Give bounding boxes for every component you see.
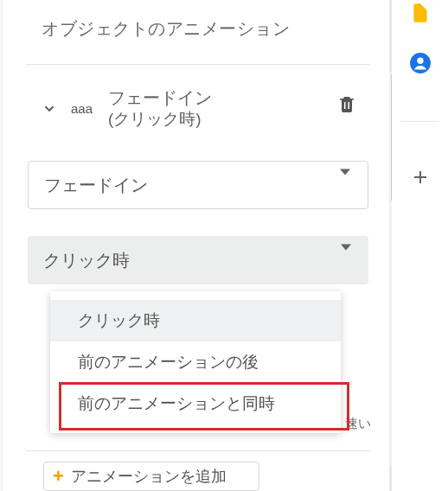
panel-title: オブジェクトのアニメーション <box>3 0 389 41</box>
plus-icon: + <box>53 467 64 486</box>
trigger-select[interactable]: クリック時 <box>28 236 368 284</box>
speed-fast-label: 速い <box>345 416 371 432</box>
trigger-option-onclick[interactable]: クリック時 <box>50 300 341 341</box>
animation-subtitle: (クリック時) <box>108 109 212 131</box>
delete-animation-button[interactable] <box>334 91 360 117</box>
add-animation-button[interactable]: + アニメーションを追加 <box>43 462 259 491</box>
contacts-app-icon[interactable] <box>407 50 433 76</box>
animation-name: フェードイン <box>108 86 212 109</box>
dropdown-arrow-icon <box>341 251 351 271</box>
trigger-option-with-previous[interactable]: 前のアニメーションと同時 <box>50 383 341 424</box>
divider <box>26 64 370 65</box>
trigger-dropdown: クリック時 前のアニメーションの後 前のアニメーションと同時 <box>50 291 341 433</box>
dropdown-arrow-icon <box>340 175 350 195</box>
effect-select-value: フェードイン <box>44 174 148 197</box>
animation-panel: オブジェクトのアニメーション aaa フェードイン (クリック時) フェードイン… <box>3 0 389 491</box>
svg-point-1 <box>417 58 423 64</box>
trigger-select-value: クリック時 <box>43 249 130 272</box>
side-rail <box>392 0 448 491</box>
object-tag: aaa <box>71 101 93 116</box>
animation-list-item[interactable]: aaa フェードイン (クリック時) <box>38 82 375 134</box>
keep-app-icon[interactable] <box>407 0 433 26</box>
side-rail-divider <box>400 121 438 122</box>
add-animation-label: アニメーションを追加 <box>71 466 227 487</box>
effect-select[interactable]: フェードイン <box>28 161 368 209</box>
trigger-option-after-previous[interactable]: 前のアニメーションの後 <box>50 341 341 383</box>
divider <box>26 450 370 451</box>
chevron-down-icon[interactable] <box>38 97 61 119</box>
side-rail-add-button[interactable] <box>407 164 433 190</box>
